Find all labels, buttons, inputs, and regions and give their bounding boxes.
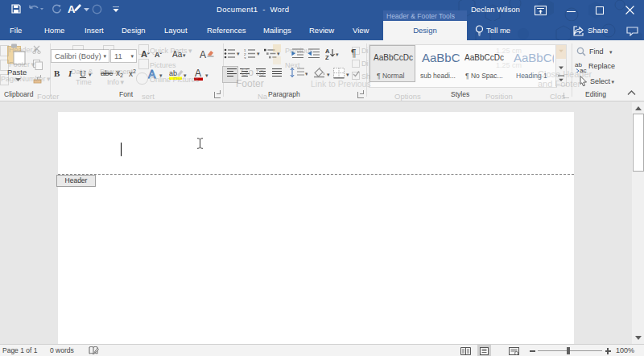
- svg-text:▾: ▾: [237, 51, 240, 56]
- svg-text:▾: ▾: [327, 72, 330, 77]
- svg-text:▾: ▾: [257, 51, 260, 56]
- svg-text:▾: ▾: [305, 71, 308, 77]
- svg-text:Z: Z: [325, 54, 329, 60]
- svg-text:▾: ▾: [205, 72, 208, 78]
- svg-text:▾: ▾: [346, 72, 349, 77]
- svg-text:A: A: [68, 3, 76, 15]
- svg-text:3: 3: [244, 56, 246, 60]
- svg-text:A: A: [200, 49, 206, 60]
- svg-text:▾: ▾: [336, 52, 339, 57]
